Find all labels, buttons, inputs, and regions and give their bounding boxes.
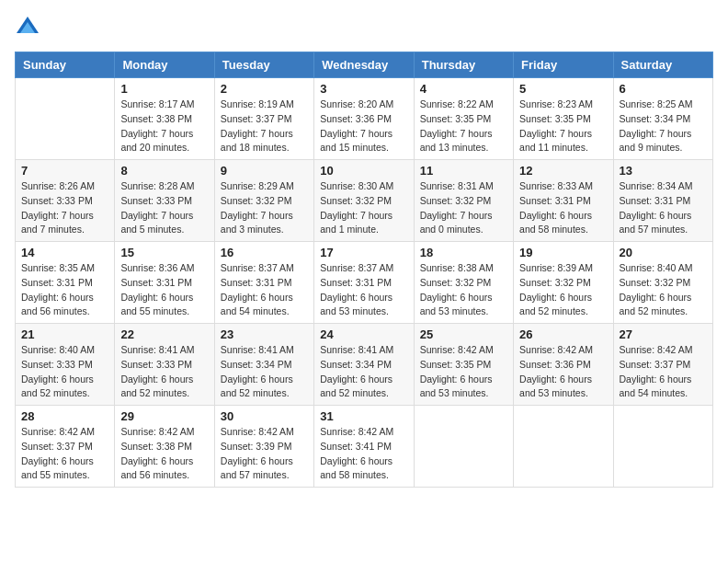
calendar-cell: 19Sunrise: 8:39 AM Sunset: 3:32 PM Dayli… bbox=[514, 242, 613, 324]
page-header bbox=[15, 15, 713, 40]
calendar-cell: 17Sunrise: 8:37 AM Sunset: 3:31 PM Dayli… bbox=[314, 242, 414, 324]
weekday-header-monday: Monday bbox=[115, 52, 214, 78]
calendar-cell: 16Sunrise: 8:37 AM Sunset: 3:31 PM Dayli… bbox=[214, 242, 313, 324]
day-number: 18 bbox=[420, 246, 507, 259]
calendar-cell: 7Sunrise: 8:26 AM Sunset: 3:33 PM Daylig… bbox=[16, 160, 115, 242]
weekday-header-tuesday: Tuesday bbox=[214, 52, 313, 78]
day-info: Sunrise: 8:41 AM Sunset: 3:34 PM Dayligh… bbox=[221, 343, 308, 401]
day-number: 2 bbox=[221, 82, 308, 96]
day-info: Sunrise: 8:23 AM Sunset: 3:35 PM Dayligh… bbox=[519, 98, 607, 155]
day-info: Sunrise: 8:36 AM Sunset: 3:31 PM Dayligh… bbox=[120, 261, 208, 319]
calendar-cell bbox=[613, 406, 712, 488]
calendar-cell: 4Sunrise: 8:22 AM Sunset: 3:35 PM Daylig… bbox=[414, 78, 513, 160]
logo-icon bbox=[15, 15, 40, 40]
day-info: Sunrise: 8:22 AM Sunset: 3:35 PM Dayligh… bbox=[420, 98, 507, 155]
day-number: 6 bbox=[620, 82, 707, 96]
day-number: 24 bbox=[320, 327, 407, 341]
day-number: 28 bbox=[21, 409, 108, 423]
calendar-cell: 6Sunrise: 8:25 AM Sunset: 3:34 PM Daylig… bbox=[613, 78, 712, 160]
day-info: Sunrise: 8:42 AM Sunset: 3:36 PM Dayligh… bbox=[519, 343, 607, 401]
calendar-cell: 15Sunrise: 8:36 AM Sunset: 3:31 PM Dayli… bbox=[115, 242, 214, 324]
day-info: Sunrise: 8:41 AM Sunset: 3:33 PM Dayligh… bbox=[120, 343, 208, 401]
day-info: Sunrise: 8:37 AM Sunset: 3:31 PM Dayligh… bbox=[320, 261, 407, 319]
calendar-cell: 13Sunrise: 8:34 AM Sunset: 3:31 PM Dayli… bbox=[613, 160, 712, 242]
calendar-cell: 22Sunrise: 8:41 AM Sunset: 3:33 PM Dayli… bbox=[115, 324, 214, 406]
day-number: 5 bbox=[519, 82, 607, 96]
day-number: 3 bbox=[320, 82, 407, 96]
day-info: Sunrise: 8:29 AM Sunset: 3:32 PM Dayligh… bbox=[221, 179, 308, 237]
calendar-cell: 11Sunrise: 8:31 AM Sunset: 3:32 PM Dayli… bbox=[414, 160, 513, 242]
day-info: Sunrise: 8:28 AM Sunset: 3:33 PM Dayligh… bbox=[120, 179, 208, 237]
weekday-header-friday: Friday bbox=[514, 52, 613, 78]
calendar-cell: 1Sunrise: 8:17 AM Sunset: 3:38 PM Daylig… bbox=[115, 78, 214, 160]
calendar-table: SundayMondayTuesdayWednesdayThursdayFrid… bbox=[15, 52, 713, 488]
day-info: Sunrise: 8:42 AM Sunset: 3:37 PM Dayligh… bbox=[620, 343, 707, 401]
calendar-cell: 3Sunrise: 8:20 AM Sunset: 3:36 PM Daylig… bbox=[314, 78, 414, 160]
day-info: Sunrise: 8:42 AM Sunset: 3:39 PM Dayligh… bbox=[221, 425, 308, 483]
calendar-cell: 18Sunrise: 8:38 AM Sunset: 3:32 PM Dayli… bbox=[414, 242, 513, 324]
calendar-week-row: 28Sunrise: 8:42 AM Sunset: 3:37 PM Dayli… bbox=[16, 406, 713, 488]
day-info: Sunrise: 8:38 AM Sunset: 3:32 PM Dayligh… bbox=[420, 261, 507, 319]
day-number: 9 bbox=[221, 164, 308, 178]
day-info: Sunrise: 8:30 AM Sunset: 3:32 PM Dayligh… bbox=[320, 179, 407, 237]
day-number: 23 bbox=[221, 327, 308, 341]
day-info: Sunrise: 8:42 AM Sunset: 3:35 PM Dayligh… bbox=[420, 343, 507, 401]
calendar-cell: 9Sunrise: 8:29 AM Sunset: 3:32 PM Daylig… bbox=[214, 160, 313, 242]
calendar-week-row: 14Sunrise: 8:35 AM Sunset: 3:31 PM Dayli… bbox=[16, 242, 713, 324]
calendar-header-row: SundayMondayTuesdayWednesdayThursdayFrid… bbox=[16, 52, 713, 78]
day-number: 30 bbox=[221, 409, 308, 423]
calendar-cell: 29Sunrise: 8:42 AM Sunset: 3:38 PM Dayli… bbox=[115, 406, 214, 488]
day-info: Sunrise: 8:40 AM Sunset: 3:32 PM Dayligh… bbox=[620, 261, 707, 319]
calendar-cell: 23Sunrise: 8:41 AM Sunset: 3:34 PM Dayli… bbox=[214, 324, 313, 406]
day-info: Sunrise: 8:33 AM Sunset: 3:31 PM Dayligh… bbox=[519, 179, 607, 237]
day-info: Sunrise: 8:25 AM Sunset: 3:34 PM Dayligh… bbox=[620, 98, 707, 155]
day-number: 21 bbox=[21, 327, 108, 341]
day-number: 12 bbox=[519, 164, 607, 178]
weekday-header-saturday: Saturday bbox=[613, 52, 712, 78]
day-number: 20 bbox=[620, 246, 707, 259]
calendar-cell: 30Sunrise: 8:42 AM Sunset: 3:39 PM Dayli… bbox=[214, 406, 313, 488]
day-number: 22 bbox=[120, 327, 208, 341]
day-info: Sunrise: 8:35 AM Sunset: 3:31 PM Dayligh… bbox=[21, 261, 108, 319]
day-number: 25 bbox=[420, 327, 507, 341]
day-number: 16 bbox=[221, 246, 308, 259]
calendar-cell: 12Sunrise: 8:33 AM Sunset: 3:31 PM Dayli… bbox=[514, 160, 613, 242]
day-number: 1 bbox=[120, 82, 208, 96]
day-info: Sunrise: 8:37 AM Sunset: 3:31 PM Dayligh… bbox=[221, 261, 308, 319]
calendar-cell bbox=[414, 406, 513, 488]
calendar-cell: 26Sunrise: 8:42 AM Sunset: 3:36 PM Dayli… bbox=[514, 324, 613, 406]
calendar-cell: 5Sunrise: 8:23 AM Sunset: 3:35 PM Daylig… bbox=[514, 78, 613, 160]
calendar-cell: 28Sunrise: 8:42 AM Sunset: 3:37 PM Dayli… bbox=[16, 406, 115, 488]
calendar-cell: 10Sunrise: 8:30 AM Sunset: 3:32 PM Dayli… bbox=[314, 160, 414, 242]
calendar-week-row: 21Sunrise: 8:40 AM Sunset: 3:33 PM Dayli… bbox=[16, 324, 713, 406]
logo bbox=[15, 15, 46, 40]
day-number: 15 bbox=[120, 246, 208, 259]
calendar-cell: 31Sunrise: 8:42 AM Sunset: 3:41 PM Dayli… bbox=[314, 406, 414, 488]
day-info: Sunrise: 8:39 AM Sunset: 3:32 PM Dayligh… bbox=[519, 261, 607, 319]
day-info: Sunrise: 8:26 AM Sunset: 3:33 PM Dayligh… bbox=[21, 179, 108, 237]
day-info: Sunrise: 8:42 AM Sunset: 3:38 PM Dayligh… bbox=[120, 425, 208, 483]
day-number: 27 bbox=[620, 327, 707, 341]
calendar-cell bbox=[16, 78, 115, 160]
day-number: 29 bbox=[120, 409, 208, 423]
day-info: Sunrise: 8:34 AM Sunset: 3:31 PM Dayligh… bbox=[620, 179, 707, 237]
weekday-header-thursday: Thursday bbox=[414, 52, 513, 78]
calendar-cell: 14Sunrise: 8:35 AM Sunset: 3:31 PM Dayli… bbox=[16, 242, 115, 324]
day-info: Sunrise: 8:31 AM Sunset: 3:32 PM Dayligh… bbox=[420, 179, 507, 237]
day-info: Sunrise: 8:20 AM Sunset: 3:36 PM Dayligh… bbox=[320, 98, 407, 155]
calendar-week-row: 1Sunrise: 8:17 AM Sunset: 3:38 PM Daylig… bbox=[16, 78, 713, 160]
calendar-cell: 25Sunrise: 8:42 AM Sunset: 3:35 PM Dayli… bbox=[414, 324, 513, 406]
day-number: 26 bbox=[519, 327, 607, 341]
calendar-cell: 27Sunrise: 8:42 AM Sunset: 3:37 PM Dayli… bbox=[613, 324, 712, 406]
calendar-cell: 8Sunrise: 8:28 AM Sunset: 3:33 PM Daylig… bbox=[115, 160, 214, 242]
day-number: 10 bbox=[320, 164, 407, 178]
calendar-cell: 20Sunrise: 8:40 AM Sunset: 3:32 PM Dayli… bbox=[613, 242, 712, 324]
day-number: 11 bbox=[420, 164, 507, 178]
weekday-header-wednesday: Wednesday bbox=[314, 52, 414, 78]
day-number: 8 bbox=[120, 164, 208, 178]
day-number: 31 bbox=[320, 409, 407, 423]
weekday-header-sunday: Sunday bbox=[16, 52, 115, 78]
day-info: Sunrise: 8:17 AM Sunset: 3:38 PM Dayligh… bbox=[120, 98, 208, 155]
day-info: Sunrise: 8:42 AM Sunset: 3:37 PM Dayligh… bbox=[21, 425, 108, 483]
day-info: Sunrise: 8:40 AM Sunset: 3:33 PM Dayligh… bbox=[21, 343, 108, 401]
